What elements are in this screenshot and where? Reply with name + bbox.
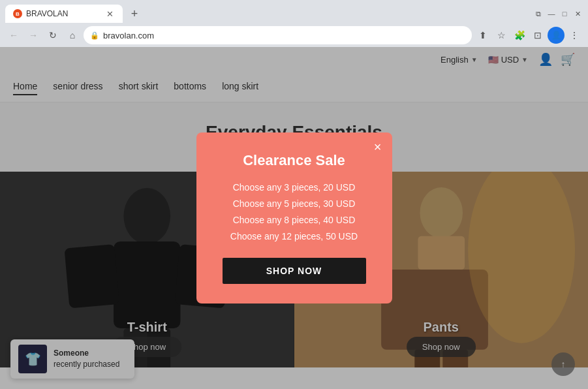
extensions-icon[interactable]: 🧩 <box>511 27 528 44</box>
deal-2: Choose any 5 pieces, 30 USD <box>223 196 366 212</box>
toolbar-icons: ⬆ ☆ 🧩 ⊡ 👤 ⋮ <box>474 27 583 44</box>
profile-button[interactable]: 👤 <box>548 27 565 44</box>
split-view-icon[interactable]: ⊡ <box>529 27 546 44</box>
menu-button[interactable]: ⋮ <box>566 27 583 44</box>
modal-deals: Choose any 3 pieces, 20 USD Choose any 5… <box>223 179 366 245</box>
home-button[interactable]: ⌂ <box>64 27 81 44</box>
minimize-window-button[interactable]: — <box>546 8 557 19</box>
website-content: English ▼ 🇺🇸 USD ▼ 👤 🛒 Home senior dress… <box>0 47 588 389</box>
modal-shop-now-button[interactable]: SHOP NOW <box>223 258 366 284</box>
tab-title: BRAVOLAN <box>26 9 101 18</box>
clearance-sale-modal: × Clearance Sale Choose any 3 pieces, 20… <box>196 132 392 304</box>
ssl-lock-icon: 🔒 <box>90 31 99 40</box>
title-bar: B BRAVOLAN ✕ + ⧉ — □ ✕ <box>0 0 588 23</box>
restore-window-button[interactable]: ⧉ <box>533 8 544 19</box>
deal-1: Choose any 3 pieces, 20 USD <box>223 179 366 196</box>
tab-close-button[interactable]: ✕ <box>104 8 115 19</box>
maximize-window-button[interactable]: □ <box>559 8 570 19</box>
modal-title: Clearance Sale <box>223 152 366 169</box>
forward-button[interactable]: → <box>25 27 42 44</box>
tab-favicon: B <box>13 9 22 18</box>
share-icon[interactable]: ⬆ <box>474 27 491 44</box>
window-controls: ⧉ — □ ✕ <box>533 8 583 19</box>
bookmark-icon[interactable]: ☆ <box>493 27 510 44</box>
address-bar: ← → ↻ ⌂ 🔒 bravolan.com ⬆ ☆ 🧩 ⊡ 👤 ⋮ <box>0 23 588 47</box>
browser-chrome: B BRAVOLAN ✕ + ⧉ — □ ✕ ← → ↻ ⌂ 🔒 bravola… <box>0 0 588 47</box>
back-button[interactable]: ← <box>5 27 22 44</box>
deal-4: Choose any 12 pieces, 50 USD <box>223 228 366 245</box>
close-window-button[interactable]: ✕ <box>572 8 583 19</box>
modal-close-button[interactable]: × <box>374 140 382 153</box>
deal-3: Choose any 8 pieces, 40 USD <box>223 212 366 228</box>
refresh-button[interactable]: ↻ <box>44 27 61 44</box>
new-tab-button[interactable]: + <box>125 5 144 23</box>
url-bar[interactable]: 🔒 bravolan.com <box>84 26 472 44</box>
modal-overlay[interactable]: × Clearance Sale Choose any 3 pieces, 20… <box>0 47 588 389</box>
url-text: bravolan.com <box>103 31 465 40</box>
browser-tab[interactable]: B BRAVOLAN ✕ <box>5 5 123 23</box>
